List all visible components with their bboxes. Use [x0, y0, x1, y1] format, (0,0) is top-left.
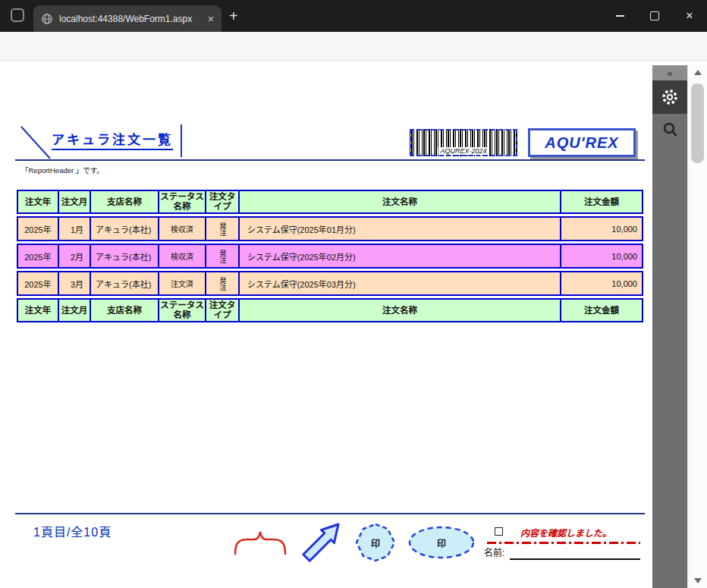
cell-branch: アキュラ(本社) [91, 218, 159, 240]
name-label: 名前: [484, 546, 504, 558]
viewer-sidebar: « [652, 65, 687, 588]
cell-amount: 10,000 [561, 272, 642, 294]
stamp-label: 印 [407, 524, 476, 561]
stamp-label: 印 [354, 522, 397, 563]
header-rule [15, 159, 645, 161]
window-controls: × [602, 0, 707, 32]
vertical-scrollbar[interactable] [687, 65, 707, 588]
header-cell: 注文年 [18, 300, 59, 321]
header-cell: 支店名称 [91, 191, 159, 212]
cell-amount: 10,000 [561, 218, 642, 240]
cell-status: 検収済 [159, 245, 206, 267]
report-page: アキュラ注文一覧 AQUREX-2024 AQU'REX 「ReportHead… [15, 118, 646, 573]
globe-favicon-icon [41, 13, 53, 25]
red-brace-shape [234, 530, 287, 557]
report-title: アキュラ注文一覧 [52, 129, 173, 150]
browser-window: localhost:44388/WebForm1.aspx × + × http… [0, 0, 707, 588]
barcode: AQUREX-2024 [410, 129, 517, 156]
browser-titlebar: localhost:44388/WebForm1.aspx × + × [0, 0, 707, 32]
header-diagonal-line [20, 125, 53, 162]
confirm-label: 内容を確認しました。 [520, 526, 611, 539]
name-underline [510, 558, 640, 560]
cell-year: 2025年 [18, 245, 59, 267]
header-cell: 注文金額 [561, 191, 642, 212]
header-separator-line [181, 124, 182, 157]
sidebar-collapse-icon[interactable]: « [652, 65, 687, 80]
new-tab-button[interactable]: + [229, 7, 238, 25]
window-maximize-button[interactable] [637, 0, 672, 32]
header-cell: 注文金額 [561, 300, 642, 321]
footer-rule [15, 513, 645, 514]
cell-year: 2025年 [18, 272, 59, 294]
table-row: 2025年 1月 アキュラ(本社) 検収済 発注 システム保守(2025年01月… [17, 216, 643, 241]
cell-month: 3月 [59, 272, 91, 294]
gear-icon [660, 87, 680, 107]
header-cell: 注文年 [18, 191, 59, 212]
cell-branch: アキュラ(本社) [91, 245, 159, 267]
window-minimize-button[interactable] [602, 0, 637, 32]
tab-actions-icon[interactable] [11, 8, 24, 22]
cell-order-type: 発注 [219, 277, 226, 291]
header-cell: 注文月 [59, 300, 91, 321]
page-number-footer: 1頁目/全10頁 [33, 522, 112, 540]
table-row: 2025年 3月 アキュラ(本社) 注文済 発注 システム保守(2025年03月… [17, 271, 643, 296]
tab-close-icon[interactable]: × [208, 14, 214, 24]
header-cell: ステータス名称 [159, 191, 206, 212]
browser-toolbar: https://localhost:44388/WebForm1.aspx A [0, 32, 707, 61]
scroll-down-icon[interactable] [694, 578, 702, 583]
cell-branch: アキュラ(本社) [91, 272, 159, 294]
cell-month: 1月 [59, 218, 91, 240]
table-row: 2025年 2月 アキュラ(本社) 検収済 発注 システム保守(2025年02月… [17, 244, 643, 269]
search-icon [661, 121, 678, 137]
sidebar-search-button[interactable] [652, 114, 687, 144]
settings-gear-button[interactable] [652, 80, 687, 114]
cell-status: 検収済 [159, 218, 206, 240]
header-cell: 注文タイプ [206, 191, 240, 212]
barcode-label: AQUREX-2024 [438, 147, 489, 155]
header-cell: 注文名称 [240, 300, 561, 321]
header-cell: ステータス名称 [159, 300, 206, 321]
scrollbar-thumb[interactable] [691, 83, 704, 163]
tab-title: localhost:44388/WebForm1.aspx [59, 14, 202, 24]
header-cell: 支店名称 [91, 300, 159, 321]
arrow-shape [297, 520, 343, 567]
cell-month: 2月 [59, 245, 91, 267]
cell-order-type: 発注 [219, 222, 226, 236]
stamp-ellipse: 印 [407, 524, 476, 561]
scroll-up-icon[interactable] [694, 70, 702, 75]
window-close-button[interactable]: × [672, 0, 707, 32]
company-logo: AQU'REX [528, 128, 636, 157]
report-header-note: 「ReportHeader 」です。 [21, 165, 104, 175]
header-cell: 注文月 [59, 191, 91, 212]
header-cell: 注文タイプ [206, 300, 240, 321]
stamp-hexagon: 印 [354, 522, 397, 563]
cell-year: 2025年 [18, 218, 59, 240]
order-table: 注文年 注文月 支店名称 ステータス名称 注文タイプ 注文名称 注文金額 202… [17, 190, 643, 325]
table-footer-header-row: 注文年 注文月 支店名称 ステータス名称 注文タイプ 注文名称 注文金額 [17, 298, 643, 322]
browser-tab[interactable]: localhost:44388/WebForm1.aspx × [33, 5, 222, 32]
cell-order-name: システム保守(2025年01月分) [240, 218, 561, 240]
confirm-checkbox [495, 527, 503, 536]
table-header-row: 注文年 注文月 支店名称 ステータス名称 注文タイプ 注文名称 注文金額 [17, 190, 643, 214]
report-viewer-toolbar: 1 of 10 ページ全体 [0, 67, 652, 112]
header-cell: 注文名称 [240, 191, 561, 212]
cell-status: 注文済 [159, 272, 206, 294]
cell-order-type: 発注 [219, 250, 226, 263]
signature-dash-line [487, 542, 640, 544]
cell-amount: 10,000 [561, 245, 642, 267]
cell-order-name: システム保守(2025年03月分) [240, 272, 561, 294]
cell-order-name: システム保守(2025年02月分) [240, 245, 561, 267]
